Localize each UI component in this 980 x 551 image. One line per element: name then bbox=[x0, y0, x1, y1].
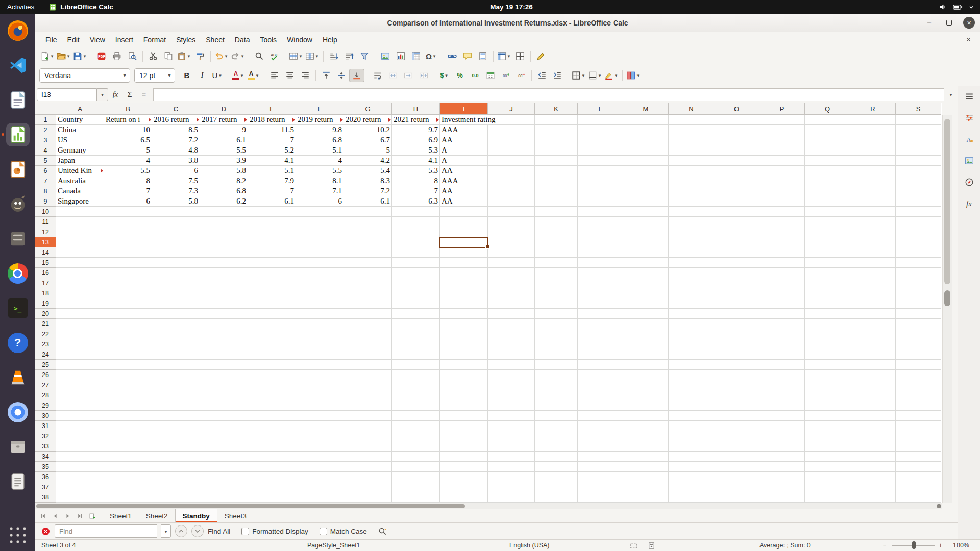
cell-Q38[interactable] bbox=[805, 492, 850, 503]
cell-D35[interactable] bbox=[200, 462, 248, 472]
cell-A2[interactable]: China bbox=[56, 125, 104, 135]
cell-R31[interactable] bbox=[850, 421, 896, 431]
cell-D25[interactable] bbox=[200, 360, 248, 370]
insert-special-character-button[interactable]: Ω▾ bbox=[424, 49, 439, 63]
cell-H34[interactable] bbox=[392, 452, 440, 462]
cell-S26[interactable] bbox=[896, 370, 941, 380]
cell-K10[interactable] bbox=[535, 207, 578, 217]
align-center-button[interactable] bbox=[282, 69, 298, 82]
cell-N21[interactable] bbox=[669, 319, 714, 329]
cell-A14[interactable] bbox=[56, 247, 104, 258]
cell-I20[interactable] bbox=[440, 309, 488, 319]
cell-E1[interactable]: 2018 return bbox=[248, 115, 296, 125]
cell-N5[interactable] bbox=[669, 156, 714, 166]
cell-H29[interactable] bbox=[392, 400, 440, 411]
open-file-button[interactable]: ▾ bbox=[56, 49, 72, 63]
functions-deck-icon[interactable]: fx bbox=[962, 196, 976, 211]
cell-A25[interactable] bbox=[56, 360, 104, 370]
cell-H17[interactable] bbox=[392, 278, 440, 288]
cell-B13[interactable] bbox=[104, 237, 152, 247]
cell-I9[interactable]: AA bbox=[440, 196, 488, 207]
cell-I22[interactable] bbox=[440, 329, 488, 339]
cell-D27[interactable] bbox=[200, 380, 248, 390]
cell-N34[interactable] bbox=[669, 452, 714, 462]
cell-C14[interactable] bbox=[152, 247, 200, 258]
cell-C26[interactable] bbox=[152, 370, 200, 380]
cell-L21[interactable] bbox=[578, 319, 623, 329]
cell-Q16[interactable] bbox=[805, 268, 850, 278]
cell-G37[interactable] bbox=[344, 482, 392, 492]
row-header-20[interactable]: 20 bbox=[35, 309, 56, 319]
row-header-10[interactable]: 10 bbox=[35, 207, 56, 217]
minimize-button[interactable]: − bbox=[923, 17, 935, 29]
cell-O21[interactable] bbox=[714, 319, 760, 329]
cell-H8[interactable]: 7 bbox=[392, 186, 440, 196]
cell-J10[interactable] bbox=[488, 207, 535, 217]
cell-M8[interactable] bbox=[623, 186, 669, 196]
cell-R21[interactable] bbox=[850, 319, 896, 329]
cell-A3[interactable]: US bbox=[56, 135, 104, 145]
cell-M36[interactable] bbox=[623, 472, 669, 482]
cell-C27[interactable] bbox=[152, 380, 200, 390]
cell-L23[interactable] bbox=[578, 339, 623, 349]
cell-D29[interactable] bbox=[200, 400, 248, 411]
cell-C28[interactable] bbox=[152, 390, 200, 400]
cell-K26[interactable] bbox=[535, 370, 578, 380]
selected-cell-outline[interactable] bbox=[439, 237, 488, 248]
cell-N32[interactable] bbox=[669, 431, 714, 441]
cell-P36[interactable] bbox=[760, 472, 805, 482]
paste-dropdown[interactable]: ▾ bbox=[186, 49, 191, 63]
cell-K1[interactable] bbox=[535, 115, 578, 125]
sheet-number-status[interactable]: Sheet 3 of 4 bbox=[41, 540, 76, 551]
row-header-5[interactable]: 5 bbox=[35, 156, 56, 166]
cell-N8[interactable] bbox=[669, 186, 714, 196]
cell-P10[interactable] bbox=[760, 207, 805, 217]
cell-M25[interactable] bbox=[623, 360, 669, 370]
cell-H15[interactable] bbox=[392, 258, 440, 268]
cell-C38[interactable] bbox=[152, 492, 200, 503]
cell-S12[interactable] bbox=[896, 227, 941, 237]
cell-G27[interactable] bbox=[344, 380, 392, 390]
cell-B6[interactable]: 5.5 bbox=[104, 166, 152, 176]
cell-G28[interactable] bbox=[344, 390, 392, 400]
cell-M24[interactable] bbox=[623, 349, 669, 360]
sort-descending-button[interactable] bbox=[341, 49, 357, 63]
cell-K9[interactable] bbox=[535, 196, 578, 207]
cell-Q37[interactable] bbox=[805, 482, 850, 492]
cell-N2[interactable] bbox=[669, 125, 714, 135]
cell-F2[interactable]: 9.8 bbox=[296, 125, 344, 135]
cell-J29[interactable] bbox=[488, 400, 535, 411]
cell-A27[interactable] bbox=[56, 380, 104, 390]
cell-Q24[interactable] bbox=[805, 349, 850, 360]
cell-P15[interactable] bbox=[760, 258, 805, 268]
cell-M29[interactable] bbox=[623, 400, 669, 411]
cell-B36[interactable] bbox=[104, 472, 152, 482]
cell-J7[interactable] bbox=[488, 176, 535, 186]
cell-S9[interactable] bbox=[896, 196, 941, 207]
cell-Q7[interactable] bbox=[805, 176, 850, 186]
italic-button[interactable]: I bbox=[194, 69, 210, 82]
cell-D16[interactable] bbox=[200, 268, 248, 278]
cell-R13[interactable] bbox=[850, 237, 896, 247]
cell-Q10[interactable] bbox=[805, 207, 850, 217]
cell-N7[interactable] bbox=[669, 176, 714, 186]
cell-F13[interactable] bbox=[296, 237, 344, 247]
cell-J16[interactable] bbox=[488, 268, 535, 278]
column-header-F[interactable]: F bbox=[296, 103, 344, 115]
cell-B15[interactable] bbox=[104, 258, 152, 268]
font-size-combo[interactable]: 12 pt ▾ bbox=[134, 68, 175, 83]
cell-L29[interactable] bbox=[578, 400, 623, 411]
files-icon[interactable] bbox=[6, 227, 30, 251]
cell-F25[interactable] bbox=[296, 360, 344, 370]
cell-N26[interactable] bbox=[669, 370, 714, 380]
cell-M28[interactable] bbox=[623, 390, 669, 400]
cell-G9[interactable]: 6.1 bbox=[344, 196, 392, 207]
cell-J13[interactable] bbox=[488, 237, 535, 247]
column-header-C[interactable]: C bbox=[152, 103, 200, 115]
cell-E37[interactable] bbox=[248, 482, 296, 492]
gallery-deck-icon[interactable] bbox=[962, 154, 976, 168]
cell-K21[interactable] bbox=[535, 319, 578, 329]
equals-button[interactable]: = bbox=[137, 88, 151, 101]
cell-S31[interactable] bbox=[896, 421, 941, 431]
cell-P33[interactable] bbox=[760, 441, 805, 452]
